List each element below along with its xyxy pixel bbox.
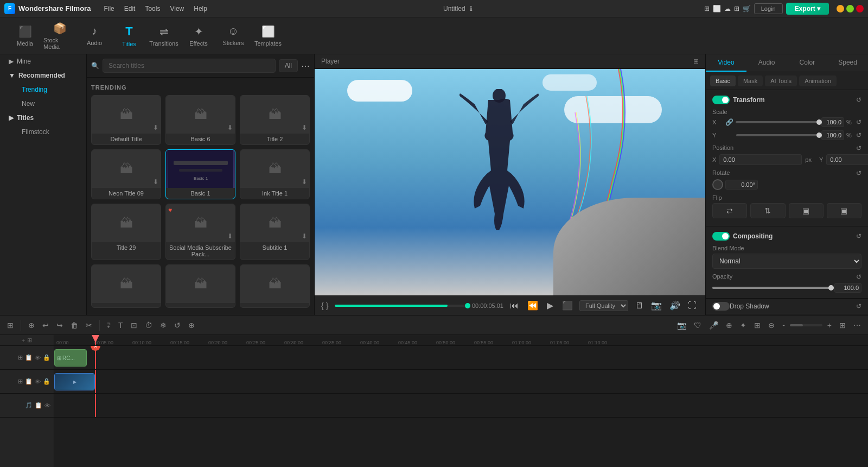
transform-toggle[interactable] [712, 96, 730, 104]
tl-tool-redo[interactable]: ↪ [54, 319, 66, 331]
scale-x-reset[interactable]: ↺ [856, 118, 861, 126]
tl-tool-grid[interactable]: ⊞ [837, 319, 848, 331]
sub-tab-mask[interactable]: Mask [738, 75, 763, 86]
tl-tool-split[interactable]: ⫀ [104, 319, 113, 331]
tl-tool-text[interactable]: T [116, 319, 126, 331]
player-expand-icon[interactable]: ⊞ [693, 58, 699, 65]
sidebar-item-new[interactable]: New [13, 97, 86, 111]
drop-shadow-reset[interactable]: ↺ [856, 302, 861, 310]
tool-audio[interactable]: ♪ Audio [78, 21, 111, 51]
track1-icon-3[interactable]: 👁 [35, 355, 41, 361]
tool-media[interactable]: ⬛ Media [9, 21, 41, 51]
scale-y-value[interactable] [821, 130, 844, 140]
tool-stock-media[interactable]: 📦 Stock Media [43, 21, 76, 51]
tl-tool-freeze[interactable]: ❄ [157, 319, 169, 331]
sub-tab-animation[interactable]: Animation [799, 75, 837, 86]
pos-x-value[interactable] [719, 154, 802, 165]
tl-tool-dots[interactable]: ⋯ [851, 319, 864, 331]
menu-tools[interactable]: Tools [141, 3, 164, 14]
tab-audio[interactable]: Audio [746, 54, 787, 72]
tl-tool-camera[interactable]: 📷 [674, 319, 689, 331]
maximize-button[interactable] [846, 5, 854, 12]
track3-icon-2[interactable]: 📋 [35, 402, 42, 409]
title-card-title29[interactable]: 🏔 Title 29 [91, 204, 161, 260]
track2-icon-2[interactable]: 📋 [25, 378, 33, 385]
download-icon[interactable]: ⬇ [227, 232, 233, 240]
flip-v-button[interactable]: ⇅ [750, 203, 785, 218]
download-icon[interactable]: ⬇ [153, 178, 158, 186]
tool-effects[interactable]: ✦ Effects [182, 21, 215, 51]
tool-stickers[interactable]: ☺ Stickers [217, 21, 250, 51]
title-card-default[interactable]: 🏔 ⬇ Default Title [91, 95, 161, 145]
scale-y-reset[interactable]: ↺ [856, 131, 861, 139]
rotate-reset[interactable]: ↺ [856, 169, 861, 177]
tab-video[interactable]: Video [706, 54, 746, 72]
tl-tool-undo[interactable]: ↩ [40, 319, 52, 331]
download-icon[interactable]: ⬇ [302, 124, 307, 131]
stop-button[interactable]: ⬛ [560, 299, 575, 312]
title-card-social[interactable]: 🏔 ♥ ⬇ Social Media Subscribe Pack... [165, 204, 235, 260]
sidebar-item-recommended[interactable]: ▼ Recommended [0, 68, 86, 83]
play-button[interactable]: ▶ [545, 299, 556, 312]
download-icon[interactable]: ⬇ [153, 124, 158, 131]
frame-back-button[interactable]: ⏪ [525, 299, 540, 312]
tl-tool-cut[interactable]: ✂ [83, 319, 95, 331]
tl-tool-star[interactable]: ✦ [737, 319, 749, 331]
title-card-ink1[interactable]: 🏔 ⬇ Ink Title 1 [240, 149, 310, 199]
title-card-extra2[interactable]: 🏔 [165, 264, 235, 308]
sidebar-item-mine[interactable]: ▶ Mine [0, 54, 86, 68]
rotate-value[interactable] [725, 180, 758, 190]
drop-shadow-toggle[interactable] [712, 302, 730, 311]
play-back-button[interactable]: ⏮ [508, 300, 521, 312]
download-icon[interactable]: ⬇ [227, 124, 233, 131]
fullscreen-button[interactable]: ⛶ [686, 300, 699, 312]
sidebar-item-titles[interactable]: ▶ Titles [0, 111, 86, 125]
opacity-slider[interactable] [712, 287, 831, 289]
tl-tool-delete[interactable]: 🗑 [68, 319, 81, 331]
track3-icon-3[interactable]: 👁 [44, 402, 50, 409]
tl-tool-arrow[interactable]: ⊕ [723, 319, 735, 331]
sidebar-item-filmstock[interactable]: Filmstock [13, 125, 86, 139]
position-reset[interactable]: ↺ [856, 144, 861, 152]
scale-y-slider[interactable] [736, 134, 819, 136]
compositing-reset-icon[interactable]: ↺ [856, 232, 861, 240]
minimize-button[interactable] [837, 5, 844, 12]
tab-color[interactable]: Color [787, 54, 828, 72]
volume-button[interactable]: 🔊 [667, 299, 682, 312]
download-icon[interactable]: ⬇ [302, 178, 307, 186]
tl-tool-speed[interactable]: ⏱ [142, 319, 155, 331]
menu-help[interactable]: Help [189, 3, 212, 14]
snapshot-button[interactable]: 📷 [649, 299, 664, 312]
title-card-extra3[interactable]: 🏔 [240, 264, 310, 308]
tl-tool-mic[interactable]: 🎤 [706, 319, 721, 331]
menu-file[interactable]: File [99, 3, 118, 14]
login-button[interactable]: Login [754, 3, 783, 14]
menu-edit[interactable]: Edit [120, 3, 140, 14]
sub-tab-basic[interactable]: Basic [710, 75, 736, 86]
track1-icon-2[interactable]: 📋 [25, 354, 33, 361]
title-card-neon09[interactable]: 🏔 ⬇ Neon Title 09 [91, 149, 161, 199]
zoom-in-button[interactable]: + [825, 319, 834, 331]
sub-tab-ai-tools[interactable]: AI Tools [765, 75, 797, 86]
quality-select[interactable]: Full Quality [579, 300, 628, 311]
tl-tool-magnet[interactable]: ⊕ [25, 319, 37, 331]
tl-tool-layers[interactable]: ⊞ [751, 319, 763, 331]
tool-transitions[interactable]: ⇌ Transitions [148, 21, 180, 51]
more-options-button[interactable]: ⋯ [301, 61, 310, 71]
zoom-slider[interactable] [790, 324, 822, 326]
track1-icon-4[interactable]: 🔒 [43, 354, 50, 361]
title-card-subtitle1[interactable]: 🏔 ⬇ Subtitle 1 [240, 204, 310, 260]
opacity-value[interactable] [834, 283, 861, 293]
monitor-button[interactable]: 🖥 [633, 300, 646, 312]
tl-tool-split2[interactable]: ⊖ [765, 319, 777, 331]
tl-tool-crop[interactable]: ⊡ [128, 319, 140, 331]
tl-tool-more[interactable]: ⊕ [186, 319, 197, 331]
track2-icon-4[interactable]: 🔒 [43, 378, 50, 385]
link-icon[interactable]: 🔗 [725, 118, 733, 126]
close-button[interactable] [856, 5, 864, 12]
tool-titles[interactable]: T Titles [113, 21, 145, 51]
track-settings-icon[interactable]: ⊞ [27, 337, 32, 344]
tab-speed[interactable]: Speed [827, 54, 868, 72]
blend-mode-select[interactable]: Normal [712, 254, 861, 269]
zoom-out-button[interactable]: - [780, 319, 788, 331]
